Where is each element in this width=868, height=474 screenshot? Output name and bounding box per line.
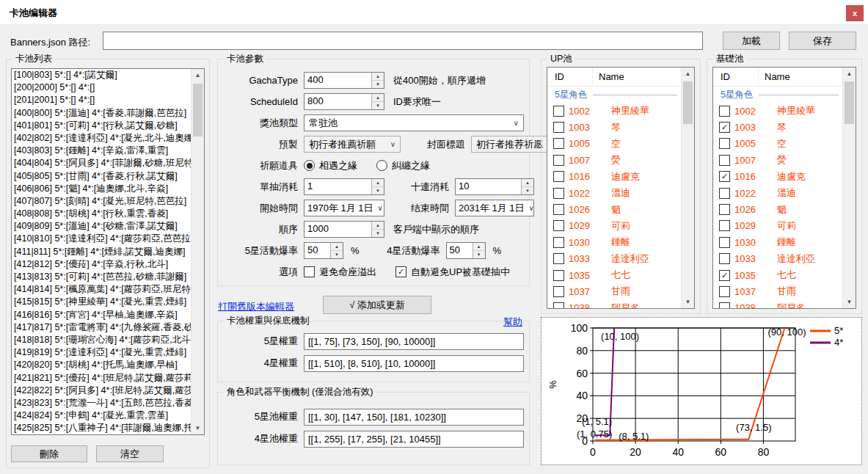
up-pool-checkbox[interactable] <box>553 171 564 182</box>
help-link[interactable]: 幫助 <box>501 316 525 329</box>
base-pool-row[interactable]: 1007熒 <box>713 152 843 168</box>
base-pool-checkbox[interactable] <box>719 138 730 149</box>
base-pool-checkbox[interactable] <box>719 302 730 308</box>
banner-list-item[interactable]: [201|2001] 5*:[] 4*:[] <box>12 94 192 106</box>
banner-list-item[interactable]: [408|808] 5*:[胡桃] 4*:[行秋,重雲,香菱] <box>12 208 192 220</box>
up-pool-row[interactable]: 1030鍾離 <box>547 234 682 250</box>
base-pool-checkbox[interactable]: ✓ <box>719 171 730 182</box>
base-pool-scrollbar[interactable]: ▲ ▼ <box>842 68 856 308</box>
banner-list-item[interactable]: [424|824] 5*:[申鶴] 4*:[凝光,重雲,雲堇] <box>12 409 192 422</box>
banner-list-item[interactable]: [419|819] 5*:[達達利亞] 4*:[凝光,重雲,煙緋] <box>12 346 192 359</box>
spinner-arrows-icon[interactable]: ▲▼ <box>521 179 533 194</box>
star4-pool-weight-input[interactable] <box>304 431 524 448</box>
up-pool-checkbox[interactable] <box>553 204 564 215</box>
banner-list-item[interactable]: [416|816] 5*:[宵宮] 4*:[早柚,迪奧娜,辛焱] <box>12 309 192 321</box>
scroll-thumb[interactable] <box>845 81 854 124</box>
avoid-constellation-checkbox[interactable] <box>304 266 315 277</box>
up-pool-checkbox[interactable] <box>553 188 564 199</box>
banner-list-item[interactable]: [414|814] 5*:[楓原萬葉] 4*:[蘿莎莉亞,班尼特,雷澤] <box>12 283 192 296</box>
up-pool-checkbox[interactable] <box>553 122 564 133</box>
up-pool-row[interactable]: 1026魈 <box>547 201 682 217</box>
banner-list-item[interactable]: [409|809] 5*:[溫迪] 4*:[砂糖,雷澤,諾艾爾] <box>12 220 192 233</box>
up-pool-row[interactable]: 1033達達利亞 <box>547 251 682 267</box>
scroll-down-icon[interactable]: ▼ <box>192 422 204 434</box>
banner-list-item[interactable]: [423|823] 5*:[荒瀧一斗] 4*:[五郎,芭芭拉,香菱] <box>12 397 192 409</box>
base-pool-row[interactable]: ✓1016迪盧克 <box>713 169 843 185</box>
banner-list-item[interactable]: [410|810] 5*:[達達利亞] 4*:[蘿莎莉亞,芭芭拉,菲謝爾] <box>12 233 192 245</box>
scroll-up-icon[interactable]: ▲ <box>682 68 694 80</box>
up-pool-checkbox[interactable] <box>553 138 564 149</box>
up-pool-checkbox[interactable] <box>553 220 564 231</box>
open-old-editor-link[interactable]: 打開舊版本編輯器 <box>218 300 294 313</box>
scroll-thumb[interactable] <box>193 84 203 136</box>
banner-list-item[interactable]: [421|821] 5*:[優菈] 4*:[班尼特,諾艾爾,蘿莎莉亞] <box>12 372 192 384</box>
up-pool-row[interactable]: 1037甘雨 <box>547 283 682 299</box>
scroll-down-icon[interactable]: ▼ <box>682 296 694 308</box>
up-pool-checkbox[interactable] <box>553 286 564 297</box>
base-pool-row[interactable]: 1029可莉 <box>713 218 843 234</box>
up-pool-checkbox[interactable] <box>553 106 564 117</box>
up-pool-checkbox[interactable] <box>553 237 564 248</box>
delete-button[interactable]: 刪除 <box>11 445 87 462</box>
add-or-update-button[interactable]: √ 添加或更新 <box>323 296 431 314</box>
singlecost-spinner[interactable]: 1 ▲▼ <box>304 178 384 195</box>
up-pool-row[interactable]: 1007熒 <box>547 152 682 168</box>
up-pool-row[interactable]: 1029可莉 <box>547 218 682 234</box>
up-pool-checkbox[interactable] <box>553 155 564 166</box>
banner-list-item[interactable]: [100|803] 5*:[] 4*:[諾艾爾] <box>12 69 192 81</box>
scroll-up-icon[interactable]: ▲ <box>843 68 856 80</box>
base-pool-checkbox[interactable]: ✓ <box>719 122 730 133</box>
star5rate-spinner[interactable]: 50 ▲▼ <box>304 242 343 259</box>
avoid-up-in-base-checkbox[interactable]: ✓ <box>395 266 406 277</box>
up-pool-checkbox[interactable] <box>553 302 564 308</box>
base-pool-row[interactable]: 1005空 <box>713 136 843 152</box>
spinner-arrows-icon[interactable]: ▲▼ <box>371 73 384 88</box>
banner-list-item[interactable]: [402|802] 5*:[達達利亞] 4*:[凝光,北斗,迪奧娜] <box>12 132 192 145</box>
banner-list-item[interactable]: [420|820] 5*:[胡桃] 4*:[托馬,迪奧娜,早柚] <box>12 359 192 371</box>
scheduleid-spinner[interactable]: 800 ▲▼ <box>304 93 384 110</box>
star4-weight-input[interactable] <box>304 355 524 372</box>
star5-weight-input[interactable] <box>304 333 524 350</box>
save-button[interactable]: 保存 <box>789 32 856 50</box>
tencost-spinner[interactable]: 10 ▲▼ <box>455 178 534 195</box>
up-pool-row[interactable]: 1038阿貝多 <box>547 300 682 308</box>
base-pool-row[interactable]: 1002神里綾華 <box>713 103 843 119</box>
base-pool-row[interactable]: 1037甘雨 <box>713 283 843 299</box>
close-icon[interactable]: x <box>846 5 864 21</box>
spinner-arrows-icon[interactable]: ▲▼ <box>330 243 343 258</box>
banner-list-item[interactable]: [406|806] 5*:[魈] 4*:[迪奧娜,北斗,辛焱] <box>12 183 192 195</box>
base-pool-row[interactable]: ✓1035七七 <box>713 267 843 283</box>
spinner-arrows-icon[interactable]: ▲▼ <box>473 243 485 258</box>
scroll-thumb[interactable] <box>683 81 693 124</box>
base-pool-checkbox[interactable] <box>719 188 730 199</box>
clear-button[interactable]: 清空 <box>96 445 164 462</box>
base-pool-checkbox[interactable] <box>719 106 730 117</box>
list-scrollbar[interactable]: ▲ ▼ <box>191 69 204 434</box>
banner-list-item[interactable]: [411|811] 5*:[鍾離] 4*:[煙緋,諾艾爾,迪奧娜] <box>12 246 192 258</box>
radio-intertwined-fate[interactable] <box>376 160 387 171</box>
banner-listbox[interactable]: [100|803] 5*:[] 4*:[諾艾爾][200|2000] 5*:[]… <box>11 68 205 435</box>
base-pool-row[interactable]: 1026魈 <box>713 201 843 217</box>
up-pool-checkbox[interactable] <box>553 253 564 264</box>
up-pool-row[interactable]: 1005空 <box>547 136 682 152</box>
base-pool-checkbox[interactable] <box>719 237 730 248</box>
base-pool-row[interactable]: 1033達達利亞 <box>713 251 843 267</box>
base-pool-checkbox[interactable] <box>719 286 730 297</box>
starttime-datepicker[interactable]: 1970年 1月 1日 ∨ <box>304 200 384 216</box>
spinner-arrows-icon[interactable]: ▲▼ <box>371 179 384 194</box>
banner-list-item[interactable]: [422|822] 5*:[阿貝多] 4*:[班尼特,諾艾爾,蘿莎莉亞] <box>12 384 192 397</box>
pooltype-dropdown[interactable]: 常驻池 ∨ <box>304 114 524 131</box>
scroll-down-icon[interactable]: ▼ <box>843 296 856 308</box>
base-pool-list[interactable]: IDName5星角色1002神里綾華✓1003琴1005空1007熒✓1016迪… <box>712 67 856 309</box>
up-pool-checkbox[interactable] <box>553 270 564 281</box>
sort-spinner[interactable]: 1000 ▲▼ <box>304 221 384 238</box>
base-pool-row[interactable]: ✓1003琴 <box>713 119 843 135</box>
banner-list-item[interactable]: [405|805] 5*:[甘雨] 4*:[香菱,行秋,諾艾爾] <box>12 170 192 183</box>
path-input[interactable] <box>103 32 703 50</box>
up-pool-list[interactable]: IDName5星角色1002神里綾華1003琴1005空1007熒1016迪盧克… <box>547 67 695 309</box>
up-pool-scrollbar[interactable]: ▲ ▼ <box>681 68 694 308</box>
banner-list-item[interactable]: [407|807] 5*:[刻晴] 4*:[凝光,班尼特,芭芭拉] <box>12 195 192 208</box>
banner-list-item[interactable]: [417|817] 5*:[雷電將軍] 4*:[九條裟羅,香菱,砂糖] <box>12 321 192 334</box>
banner-list-item[interactable]: [404|804] 5*:[阿貝多] 4*:[菲謝爾,砂糖,班尼特] <box>12 157 192 169</box>
base-pool-checkbox[interactable] <box>719 220 730 231</box>
